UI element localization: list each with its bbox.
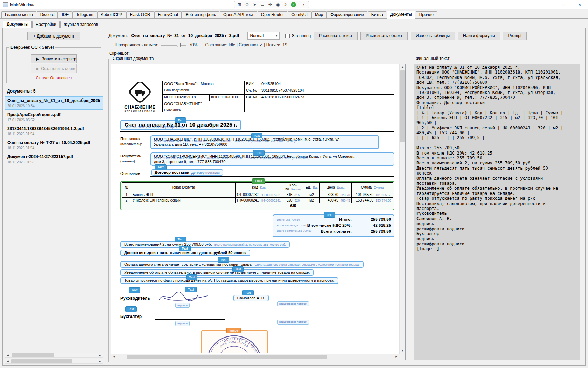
bank-details-block: СНАБЖЕНИЕ СТРОЙМАТЕРИАЛЫ ООО "Банк Точка…	[120, 81, 394, 112]
scrollbar-thumb[interactable]	[11, 359, 72, 363]
add-document-button[interactable]: + Добавить документ	[27, 32, 80, 40]
main-tab-6[interactable]: FunnyChat	[154, 11, 182, 18]
scroll-right-icon[interactable]: ▶	[97, 359, 103, 363]
main-tab-11[interactable]: Мир	[312, 11, 327, 18]
documents-pane: + Добавить документ DeepSeek OCR Server …	[2, 28, 586, 366]
close-button[interactable]: ×	[572, 0, 588, 9]
collapse-icon[interactable]: ‹	[300, 1, 307, 8]
list-item[interactable]: Счет_на_оплату_№_31_от_10_декабря_2025 г…	[5, 96, 103, 110]
recognize-object-button[interactable]: Распознать объект	[360, 32, 408, 40]
main-tab-documents[interactable]: Документы	[387, 11, 415, 19]
scroll-up-icon[interactable]: ▲	[400, 64, 405, 70]
extract-tables-button[interactable]: Извлечь таблицы	[411, 32, 455, 40]
scrollbar-thumb[interactable]	[127, 355, 327, 359]
sign-caption2-chip: расшифровка подписи	[277, 320, 309, 325]
document-preview-page: СНАБЖЕНИЕ СТРОЙМАТЕРИАЛЫ ООО "Банк Точка…	[113, 65, 398, 353]
ocr-server-group: DeepSeek OCR Server ▶ Запустить сервер ■…	[6, 47, 102, 83]
scroll-left-icon[interactable]: ◀	[5, 359, 10, 363]
supplier-logo: СНАБЖЕНИЕ СТРОЙМАТЕРИАЛЫ	[120, 81, 160, 112]
account-label-cell: Сч. №	[245, 95, 260, 112]
document-toolbar: Документ: Счет_на_оплату_№_31_от_10_дека…	[108, 30, 582, 41]
screen-share-icon[interactable]: ⊞	[236, 1, 243, 8]
sub-tab-documents[interactable]: Документы	[3, 21, 32, 28]
scroll-right-icon[interactable]: ▶	[394, 354, 399, 360]
supplier-row: Поставщик (исполнитель): Text ООО "СНАБЖ…	[120, 135, 394, 149]
ocr-text-badge: Text	[324, 212, 335, 218]
document-list: Счет_на_оплату_№_31_от_10_декабря_2025 г…	[5, 96, 103, 352]
bank-details-table: ООО "Банк Точка" г. Москва БИК 044525104…	[162, 81, 394, 112]
confirm-icon[interactable]: ✓	[291, 2, 296, 7]
amount-in-words: Text Двести пятьдесят пять тысяч семьсот…	[120, 250, 394, 256]
crosshair-icon[interactable]: ✛	[267, 1, 274, 8]
preview-horizontal-scrollbar[interactable]: ◀ ▶	[111, 354, 399, 360]
minimize-button[interactable]: −	[539, 0, 555, 9]
scroll-left-icon[interactable]: ◀	[111, 354, 117, 360]
prompt-button[interactable]: Prompt	[503, 32, 527, 40]
camera-icon[interactable]: ⊙	[244, 1, 251, 8]
title-underline	[120, 131, 394, 132]
scrollbar-thumb[interactable]	[400, 70, 405, 142]
main-tab-4[interactable]: KoboldCPP	[97, 11, 126, 18]
sub-tab-settings[interactable]: Настройки	[32, 21, 60, 28]
main-tab-1[interactable]: Discord	[37, 11, 58, 18]
recipient-cell: ООО "СНАБЖЕНИЕ" Получатель	[163, 101, 245, 112]
main-tab-13[interactable]: Битва	[368, 11, 386, 18]
main-tab-8[interactable]: OpenAIAPI тест	[220, 11, 257, 18]
record-icon[interactable]: ◉	[274, 1, 281, 8]
accessibility-icon[interactable]: ✲	[282, 1, 289, 8]
main-tab-0[interactable]: Главное меню	[1, 11, 36, 18]
panel-horizontal-scrollbar[interactable]: ◀ ▶	[5, 359, 103, 364]
ocr-text-badge: Text	[175, 237, 186, 242]
main-tab-3[interactable]: Telegram	[72, 11, 97, 18]
play-icon: ▶	[36, 56, 39, 61]
toolbar-divider	[299, 2, 299, 7]
sub-tabbar: Документы Настройки Журнал запросов	[2, 20, 586, 28]
cursor-select-icon[interactable]: ➤	[251, 1, 258, 8]
director-label: Руководитель	[120, 296, 154, 301]
summary-line: Text Всего наименований 2, на сумму 255 …	[120, 241, 394, 248]
start-server-button[interactable]: ▶ Запустить сервер	[31, 54, 77, 63]
sub-tab-log[interactable]: Журнал запросов	[60, 21, 102, 28]
totals-block: Text Итого: 255 709,50 В том числе НДС 2…	[273, 214, 394, 237]
region-select-icon[interactable]: ▭	[259, 1, 266, 8]
ocr-text-badge: Text	[186, 274, 198, 280]
main-tab-5[interactable]: Flask OCR	[126, 11, 154, 18]
main-tab-9[interactable]: OpenRouter	[258, 11, 287, 18]
streaming-checkbox[interactable]	[285, 34, 290, 38]
document-name: 23180441.186336434582661964.1.2.pdf	[7, 126, 100, 131]
main-tab-2[interactable]: IDE	[58, 11, 72, 18]
main-tab-10[interactable]: ComfyUI	[288, 11, 311, 18]
stop-server-button[interactable]: ■ Остановить серве	[31, 64, 77, 73]
list-item[interactable]: Документ-2024-11-27-223157.pdf 18.11.202…	[5, 152, 103, 166]
opacity-slider[interactable]	[161, 42, 186, 48]
list-item[interactable]: 23180441.186336434582661964.1.2.pdf 18.1…	[5, 124, 103, 138]
supplier-details: Text ООО "СНАБЖЕНИЕ", ИНН 1102083618, КП…	[150, 135, 379, 149]
ocr-text-badge: Text	[155, 164, 167, 170]
mode-dropdown[interactable]: Normal ▾	[247, 32, 280, 40]
ocr-text-badge: Text	[185, 287, 197, 292]
list-item[interactable]: Счет на оплату № Т-27 от 10.04.2025.pdf …	[5, 138, 103, 152]
main-tab-12[interactable]: Форматирование	[327, 11, 368, 18]
scroll-right-icon[interactable]: ▶	[97, 353, 103, 357]
document-date: 18.11.2025 01:54	[7, 146, 100, 150]
main-tab-15[interactable]: Прочее	[416, 11, 437, 18]
payable-row: Всего к оплате:255 709,50	[276, 229, 391, 234]
summary-block: Text Всего наименований 2, на сумму 255 …	[120, 241, 394, 256]
main-tab-7[interactable]: Веб-интерфейс	[182, 11, 219, 18]
status-text: Состояние: Idle | Скриншот ✓ | Патчей: 1…	[205, 42, 287, 47]
recognize-text-button[interactable]: Распознать текст	[314, 32, 358, 40]
find-formulas-button[interactable]: Найти формулы	[458, 32, 500, 40]
documents-page: Документы Настройки Журнал запросов + До…	[0, 19, 588, 368]
scroll-left-icon[interactable]: ◀	[5, 353, 10, 357]
ocr-text-badge: Text	[253, 150, 265, 156]
scroll-down-icon[interactable]: ▼	[400, 348, 405, 354]
list-horizontal-scrollbar[interactable]: ◀ ▶	[5, 353, 103, 358]
scrollbar-thumb[interactable]	[12, 353, 54, 357]
titlebar: MainWindow ⊞ ⊙ ➤ ▭ ✛ ◉ ✲ ✓ ‹ − □ ×	[0, 0, 588, 9]
slider-handle[interactable]	[177, 43, 181, 47]
streaming-label: Streaming	[292, 33, 311, 38]
ocr-text-badge: Text	[232, 266, 244, 272]
list-item[interactable]: ПрофАрмСтрой цены.pdf 17.01.2026 05:52	[5, 110, 103, 124]
preview-vertical-scrollbar[interactable]: ▲ ▼	[399, 64, 405, 354]
maximize-button[interactable]: □	[555, 0, 572, 9]
